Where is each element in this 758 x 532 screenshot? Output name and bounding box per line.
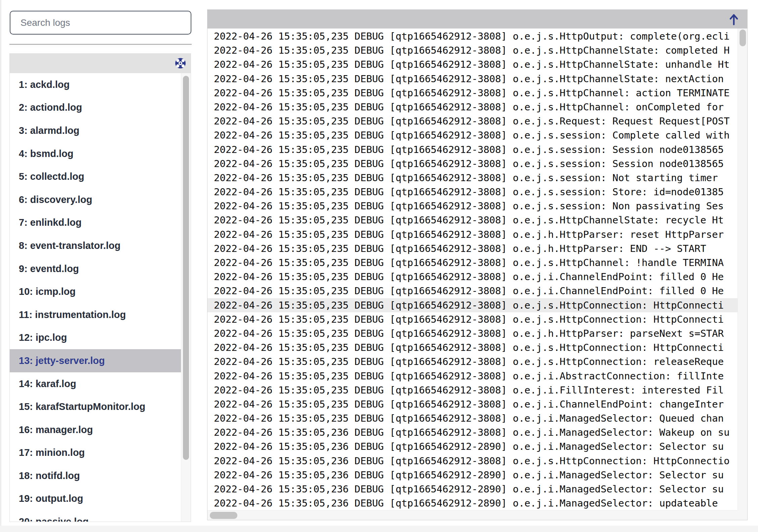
sidebar-scrollbar-thumb[interactable] xyxy=(183,76,189,460)
log-line[interactable]: 2022-04-26 15:35:05,236 DEBUG [qtp166546… xyxy=(207,482,738,496)
arrow-up-icon[interactable] xyxy=(729,13,739,26)
log-file-item[interactable]: 16: manager.log xyxy=(10,418,181,441)
log-line[interactable]: 2022-04-26 15:35:05,235 DEBUG [qtp166546… xyxy=(207,397,738,411)
log-line[interactable]: 2022-04-26 15:35:05,235 DEBUG [qtp166546… xyxy=(207,326,738,340)
log-line[interactable]: 2022-04-26 15:35:05,235 DEBUG [qtp166546… xyxy=(207,128,738,142)
log-line[interactable]: 2022-04-26 15:35:05,235 DEBUG [qtp166546… xyxy=(207,29,738,43)
log-line[interactable]: 2022-04-26 15:35:05,235 DEBUG [qtp166546… xyxy=(207,242,738,256)
log-line[interactable]: 2022-04-26 15:35:05,235 DEBUG [qtp166546… xyxy=(207,411,738,425)
log-line[interactable]: 2022-04-26 15:35:05,235 DEBUG [qtp166546… xyxy=(207,256,738,270)
search-input[interactable] xyxy=(10,11,191,35)
log-file-item[interactable]: 13: jetty-server.log xyxy=(10,349,181,372)
log-file-item[interactable]: 9: eventd.log xyxy=(10,257,181,280)
log-line[interactable]: 2022-04-26 15:35:05,235 DEBUG [qtp166546… xyxy=(207,270,738,284)
log-line[interactable]: 2022-04-26 15:35:05,235 DEBUG [qtp166546… xyxy=(207,86,738,100)
log-file-item[interactable]: 4: bsmd.log xyxy=(10,142,181,165)
log-line[interactable]: 2022-04-26 15:35:05,235 DEBUG [qtp166546… xyxy=(207,157,738,171)
log-line[interactable]: 2022-04-26 15:35:05,235 DEBUG [qtp166546… xyxy=(207,114,738,128)
log-file-item[interactable]: 15: karafStartupMonitor.log xyxy=(10,395,181,418)
log-line[interactable]: 2022-04-26 15:35:05,236 DEBUG [qtp166546… xyxy=(207,468,738,482)
log-line[interactable]: 2022-04-26 15:35:05,236 DEBUG [qtp166546… xyxy=(207,425,738,439)
log-scrollbar-horizontal-thumb[interactable] xyxy=(210,512,237,519)
sidebar-divider xyxy=(9,44,192,46)
log-file-list: 1: ackd.log2: actiond.log3: alarmd.log4:… xyxy=(10,73,181,522)
log-line[interactable]: 2022-04-26 15:35:05,236 DEBUG [qtp166546… xyxy=(207,454,738,468)
log-file-item[interactable]: 6: discovery.log xyxy=(10,188,181,211)
log-file-item[interactable]: 12: ipc.log xyxy=(10,326,181,350)
page-bottom-strip xyxy=(0,526,758,532)
log-file-item[interactable]: 20: passive.log xyxy=(10,510,181,522)
log-line[interactable]: 2022-04-26 15:35:05,235 DEBUG [qtp166546… xyxy=(207,43,738,57)
log-scrollbar-horizontal[interactable] xyxy=(207,510,738,520)
log-line[interactable]: 2022-04-26 15:35:05,235 DEBUG [qtp166546… xyxy=(207,284,738,298)
log-file-item[interactable]: 19: output.log xyxy=(10,487,181,511)
log-line[interactable]: 2022-04-26 15:35:05,235 DEBUG [qtp166546… xyxy=(207,355,738,369)
sidebar-scrollbar[interactable] xyxy=(181,73,191,522)
log-line[interactable]: 2022-04-26 15:35:05,235 DEBUG [qtp166546… xyxy=(207,72,738,86)
log-line[interactable]: 2022-04-26 15:35:05,235 DEBUG [qtp166546… xyxy=(207,312,738,326)
log-scrollbar-vertical[interactable] xyxy=(738,29,747,510)
log-file-item[interactable]: 17: minion.log xyxy=(10,441,181,465)
log-file-item[interactable]: 5: collectd.log xyxy=(10,165,181,188)
log-file-item[interactable]: 18: notifd.log xyxy=(10,464,181,487)
log-line[interactable]: 2022-04-26 15:35:05,235 DEBUG [qtp166546… xyxy=(207,100,738,114)
log-line[interactable]: 2022-04-26 15:35:05,235 DEBUG [qtp166546… xyxy=(207,171,738,185)
log-line[interactable]: 2022-04-26 15:35:05,235 DEBUG [qtp166546… xyxy=(207,340,738,355)
log-viewer-app: 1: ackd.log2: actiond.log3: alarmd.log4:… xyxy=(0,0,758,532)
log-line[interactable]: 2022-04-26 15:35:05,235 DEBUG [qtp166546… xyxy=(207,185,738,199)
log-line[interactable]: 2022-04-26 15:35:05,235 DEBUG [qtp166546… xyxy=(207,143,738,157)
scrollbar-corner xyxy=(738,510,747,520)
log-line[interactable]: 2022-04-26 15:35:05,236 DEBUG [qtp166546… xyxy=(207,439,738,454)
log-line[interactable]: 2022-04-26 15:35:05,235 DEBUG [qtp166546… xyxy=(207,199,738,213)
log-line[interactable]: 2022-04-26 15:35:05,235 DEBUG [qtp166546… xyxy=(207,57,738,71)
log-file-item[interactable]: 3: alarmd.log xyxy=(10,119,181,142)
log-file-item[interactable]: 7: enlinkd.log xyxy=(10,211,181,234)
log-file-item[interactable]: 1: ackd.log xyxy=(10,73,181,96)
life-ring-icon[interactable] xyxy=(175,58,186,69)
log-file-item[interactable]: 11: instrumentation.log xyxy=(10,303,181,326)
log-line-highlighted[interactable]: 2022-04-26 15:35:05,235 DEBUG [qtp166546… xyxy=(207,298,738,312)
log-viewer-panel: 2022-04-26 15:35:05,235 DEBUG [qtp166546… xyxy=(207,9,748,520)
log-line[interactable]: 2022-04-26 15:35:05,236 DEBUG [qtp166546… xyxy=(207,496,738,510)
log-line[interactable]: 2022-04-26 15:35:05,235 DEBUG [qtp166546… xyxy=(207,213,738,227)
log-line[interactable]: 2022-04-26 15:35:05,235 DEBUG [qtp166546… xyxy=(207,369,738,383)
log-scrollbar-vertical-thumb[interactable] xyxy=(740,30,746,46)
log-file-item[interactable]: 14: karaf.log xyxy=(10,372,181,395)
log-line[interactable]: 2022-04-26 15:35:05,235 DEBUG [qtp166546… xyxy=(207,227,738,242)
window-edge xyxy=(0,0,1,532)
log-content: 2022-04-26 15:35:05,235 DEBUG [qtp166546… xyxy=(207,29,738,510)
log-file-item[interactable]: 2: actiond.log xyxy=(10,96,181,119)
log-file-item[interactable]: 10: icmp.log xyxy=(10,280,181,303)
log-viewer-header xyxy=(207,10,747,29)
log-file-item[interactable]: 8: event-translator.log xyxy=(10,234,181,257)
log-line[interactable]: 2022-04-26 15:35:05,235 DEBUG [qtp166546… xyxy=(207,383,738,397)
log-file-panel: 1: ackd.log2: actiond.log3: alarmd.log4:… xyxy=(9,53,191,522)
log-file-panel-header xyxy=(10,54,191,73)
